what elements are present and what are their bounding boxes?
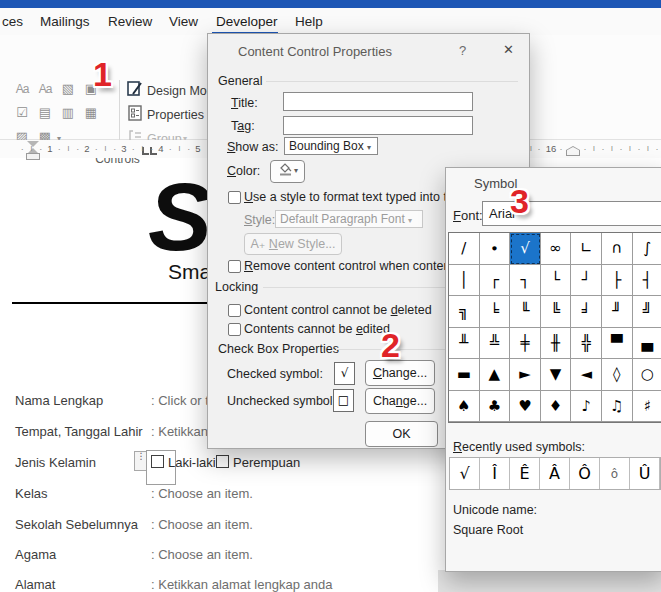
symbol-cell[interactable]: ♥ [510, 391, 541, 423]
recent-symbol-cell[interactable]: Ô [570, 458, 600, 489]
symbol-cell[interactable]: ∞ [541, 233, 572, 265]
checkbox-perempuan[interactable] [216, 455, 229, 468]
ruler-mark: ı [141, 143, 143, 153]
help-icon[interactable]: ? [459, 43, 466, 58]
symbol-cell[interactable]: √ [510, 233, 541, 265]
symbol-cell[interactable]: ► [510, 359, 541, 391]
symbol-cell[interactable]: ╬ [571, 328, 602, 360]
right-indent-marker[interactable] [566, 146, 580, 156]
use-style-checkbox[interactable] [228, 191, 241, 204]
symbol-cell[interactable]: ▬ [449, 359, 480, 391]
checkbox-content-control-icon[interactable]: ☑ [12, 105, 32, 123]
color-picker-button[interactable]: ▾ [270, 160, 305, 183]
style-dropdown[interactable]: Default Paragraph Font ▾ [275, 210, 423, 228]
left-indent-marker[interactable] [26, 153, 40, 160]
show-as-dropdown[interactable]: Bounding Box ▾ [284, 137, 378, 155]
combo-box-content-control-icon[interactable]: ▤ [35, 105, 55, 123]
symbol-cell[interactable]: ╛ [571, 296, 602, 328]
cannot-delete-checkbox[interactable] [228, 304, 241, 317]
recent-symbol-cell[interactable]: Î [480, 458, 510, 489]
symbol-cell[interactable]: ♪ [571, 391, 602, 423]
symbol-cell[interactable]: ╪ [510, 328, 541, 360]
date-picker-content-control-icon[interactable]: ▦ [81, 105, 101, 123]
drop-down-list-content-control-icon[interactable]: ▥ [58, 105, 78, 123]
symbol-cell[interactable]: ╙ [510, 296, 541, 328]
symbol-cell[interactable]: ◊ [602, 359, 633, 391]
symbol-cell[interactable]: └ [541, 265, 572, 297]
design-mode-button[interactable]: Design Mod [147, 84, 214, 98]
symbol-cell[interactable]: ∕ [449, 233, 480, 265]
title-input[interactable] [283, 92, 473, 111]
symbol-cell[interactable]: ╜ [602, 296, 633, 328]
horizontal-ruler-left: ·ı·1·ı·2·ı·3·ı·4·ı·5 [0, 140, 207, 158]
symbol-cell[interactable]: ∩ [602, 233, 633, 265]
dropdown-content-control[interactable]: : Choose an item. [151, 517, 253, 532]
design-mode-icon[interactable] [127, 81, 143, 97]
dropdown-content-control[interactable]: : Choose an item. [151, 486, 253, 501]
symbol-cell[interactable]: ╩ [480, 328, 511, 360]
symbol-cell[interactable]: ╨ [449, 328, 480, 360]
menu-tab-developer[interactable]: Developer [216, 14, 278, 29]
checkbox-laki-laki[interactable] [151, 455, 164, 468]
menu-tab-help[interactable]: Help [295, 14, 323, 29]
symbol-cell[interactable]: ♣ [480, 391, 511, 423]
symbol-cell[interactable]: ┌ [480, 265, 511, 297]
symbol-cell[interactable]: ╫ [541, 328, 572, 360]
symbol-cell[interactable]: ╝ [633, 296, 661, 328]
symbol-cell[interactable]: ♠ [449, 391, 480, 423]
recent-symbol-cell[interactable]: ô [600, 458, 630, 489]
symbol-cell[interactable]: ♯ [633, 391, 661, 423]
close-icon[interactable]: ✕ [503, 42, 514, 57]
dialog-title: Content Control Properties [238, 44, 392, 59]
symbol-cell[interactable]: ┘ [571, 265, 602, 297]
symbol-cell[interactable]: ♫ [602, 391, 633, 423]
recent-symbol-cell[interactable]: Â [540, 458, 570, 489]
cannot-edit-checkbox[interactable] [228, 323, 241, 336]
symbol-cell[interactable]: ○ [633, 359, 661, 391]
new-style-button[interactable]: A₊ New Style... [244, 233, 342, 255]
menu-tab-references-partial[interactable]: ces [2, 14, 23, 29]
ok-button[interactable]: OK [365, 421, 438, 447]
ruler-mark: · [602, 144, 605, 154]
symbol-cell[interactable]: ∙ [480, 233, 511, 265]
workspace-background [438, 570, 661, 592]
ruler-mark: · [560, 144, 563, 154]
symbol-cell[interactable]: ╗ [449, 296, 480, 328]
symbol-cell[interactable]: ∟ [571, 233, 602, 265]
section-rule [266, 81, 518, 82]
symbol-cell[interactable]: │ [449, 265, 480, 297]
menu-tab-view[interactable]: View [169, 14, 198, 29]
font-input[interactable]: Arial [482, 201, 661, 226]
symbol-cell[interactable]: ┐ [510, 265, 541, 297]
symbol-cell[interactable]: ∫ [633, 233, 661, 265]
dropdown-content-control[interactable]: : Choose an item. [151, 547, 253, 562]
symbol-cell[interactable]: ╚ [541, 296, 572, 328]
field-label: Jenis Kelamin [15, 455, 96, 470]
menu-tab-mailings[interactable]: Mailings [40, 14, 90, 29]
symbol-cell[interactable]: ▼ [541, 359, 572, 391]
symbol-cell[interactable]: ▄ [633, 328, 661, 360]
symbol-cell[interactable]: ╘ [480, 296, 511, 328]
recent-symbol-cell[interactable]: Ê [510, 458, 540, 489]
menu-tab-review[interactable]: Review [108, 14, 152, 29]
rich-text-content-control-icon[interactable]: Aa [12, 82, 32, 100]
plain-text-content-control-icon[interactable]: Aa [35, 82, 55, 100]
symbol-cell[interactable]: ▲ [480, 359, 511, 391]
tag-input[interactable] [283, 116, 473, 135]
properties-icon[interactable] [128, 105, 143, 121]
remove-control-checkbox[interactable] [228, 260, 241, 273]
change-checked-symbol-button[interactable]: Change... [365, 360, 435, 386]
text-content-control[interactable]: : Ketikkan alamat lengkap anda [151, 577, 332, 592]
symbol-cell[interactable]: ┤ [633, 265, 661, 297]
symbol-cell[interactable]: ├ [602, 265, 633, 297]
recent-symbol-cell[interactable]: Û [630, 458, 660, 489]
symbol-cell[interactable]: ▀ [602, 328, 633, 360]
recent-symbol-cell[interactable]: √ [450, 458, 480, 489]
properties-button[interactable]: Properties [147, 108, 204, 122]
picture-content-control-icon[interactable]: ▧ [58, 81, 78, 99]
unchecked-symbol-label: Unchecked symbol: [227, 394, 336, 408]
change-unchecked-symbol-button[interactable]: Change... [365, 388, 435, 414]
symbol-cell[interactable]: ◄ [571, 359, 602, 391]
first-line-indent-marker[interactable] [27, 141, 39, 147]
symbol-cell[interactable]: ♦ [541, 391, 572, 423]
